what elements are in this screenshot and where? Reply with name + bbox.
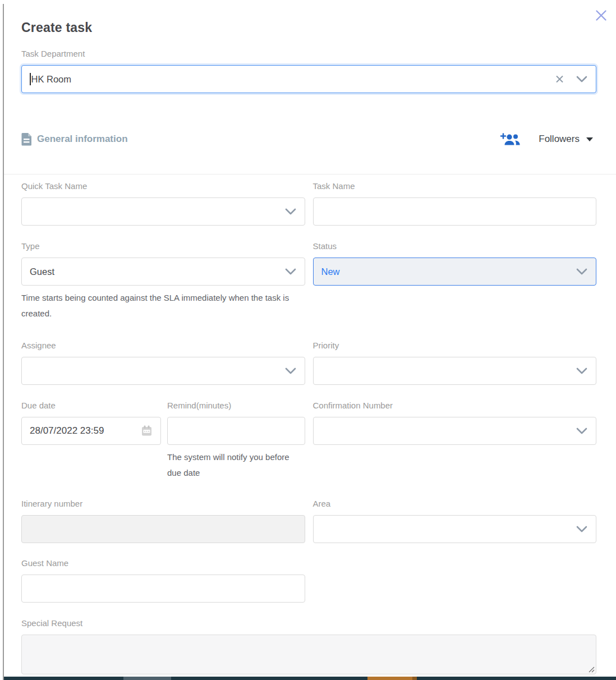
background-page-strip [4,677,616,680]
chevron-down-icon [576,268,587,275]
strip-segment-orange-dark [412,677,417,680]
type-value: Guest [30,267,54,277]
task-department-label: Task Department [21,48,596,59]
remind-helper-text: The system will notify you before due da… [167,449,305,481]
general-information-heading: General information [21,132,128,146]
caret-down-icon [586,137,593,141]
chevron-down-icon [576,367,587,374]
followers-label: Followers [539,134,580,145]
remind-minutes-label: Remind(minutes) [167,400,305,411]
chevron-down-icon [285,268,296,275]
chevron-down-icon [576,526,587,532]
section-divider [4,174,616,174]
task-name-label: Task Name [313,181,597,192]
confirmation-number-label: Confirmation Number [313,400,597,411]
sla-helper-text: Time starts being counted against the SL… [21,290,305,321]
chevron-down-icon[interactable] [576,76,587,82]
group-add-icon [500,132,521,146]
general-information-label: General information [37,134,128,145]
type-select[interactable]: Guest [21,258,305,286]
modal-title: Create task [21,20,596,35]
followers-dropdown[interactable]: Followers [539,134,596,145]
status-select[interactable]: New [313,258,597,286]
add-followers-button[interactable] [500,132,531,146]
assignee-select[interactable] [21,357,305,385]
confirmation-number-select[interactable] [313,417,597,445]
task-department-combobox[interactable]: HK Room [21,65,596,93]
due-date-value: 28/07/2022 23:59 [30,425,104,437]
task-name-input[interactable] [313,197,597,226]
close-icon [595,9,608,22]
create-task-modal: Create task Task Department HK Room [0,0,616,677]
chevron-down-icon [576,428,587,434]
quick-task-name-select[interactable] [21,197,305,226]
strip-segment-gray [123,677,171,680]
guest-name-label: Guest Name [21,558,305,569]
close-button[interactable] [594,8,608,22]
special-request-label: Special Request [21,618,596,629]
type-label: Type [21,241,305,252]
area-label: Area [313,498,597,509]
priority-label: Priority [313,340,597,351]
status-label: Status [313,241,597,252]
priority-select[interactable] [313,357,597,385]
area-select[interactable] [313,515,597,543]
calendar-icon[interactable] [140,425,153,438]
task-department-value: HK Room [31,74,72,85]
quick-task-name-label: Quick Task Name [21,181,305,192]
assignee-label: Assignee [21,340,305,351]
due-date-label: Due date [21,400,161,411]
chevron-down-icon [285,208,296,215]
remind-minutes-input[interactable] [167,417,305,445]
itinerary-number-input [21,515,305,543]
itinerary-number-label: Itinerary number [21,498,305,509]
special-request-textarea[interactable] [21,635,596,674]
chevron-down-icon [285,367,296,374]
guest-name-input[interactable] [21,575,305,603]
status-value: New [321,267,340,277]
strip-segment-orange [367,677,412,680]
due-date-input[interactable]: 28/07/2022 23:59 [21,417,161,445]
text-cursor [30,73,31,85]
document-icon [21,132,32,146]
clear-icon[interactable] [555,75,564,84]
